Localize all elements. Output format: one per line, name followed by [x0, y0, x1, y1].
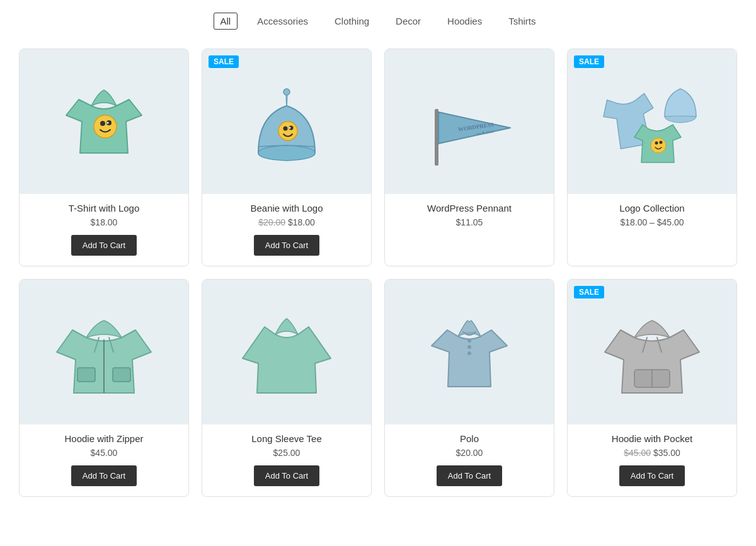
product-image-wrap — [20, 49, 188, 194]
product-illustration — [54, 71, 154, 172]
svg-point-23 — [467, 351, 471, 355]
product-info: WordPress Pennant $11.05 — [385, 194, 554, 245]
price: $45.00 — [91, 448, 118, 458]
product-price: $18.00 – $45.00 — [574, 217, 730, 227]
product-price: $45.00 — [26, 448, 182, 458]
product-info: Polo $20.00 Add To Cart — [385, 424, 554, 496]
svg-point-0 — [94, 115, 117, 138]
price: $18.00 — [91, 217, 118, 227]
price-original: $45.00 — [624, 448, 651, 458]
product-info: Beanie with Logo $20.00$18.00 Add To Car… — [202, 194, 371, 266]
product-illustration — [602, 302, 702, 402]
price-sale: $18.00 — [288, 217, 315, 227]
filter-btn-clothing[interactable]: Clothing — [328, 13, 376, 30]
svg-point-16 — [655, 142, 658, 145]
product-grid: T-Shirt with Logo $18.00 Add To Cart SAL… — [0, 48, 756, 522]
product-card: Polo $20.00 Add To Cart — [384, 279, 554, 497]
add-to-cart-button[interactable]: Add To Cart — [254, 235, 319, 256]
svg-rect-19 — [77, 368, 95, 382]
product-card: SALE Hoodie with Pocket $45.00$35.00 Add… — [567, 279, 737, 497]
product-image-wrap: SALE — [568, 280, 736, 424]
product-price: $20.00 — [391, 448, 547, 458]
product-illustration — [236, 302, 337, 402]
product-name: Logo Collection — [574, 203, 730, 213]
product-image-wrap: WORDPRESS est ✷ 2003 — [385, 49, 554, 194]
product-price: $25.00 — [209, 448, 365, 458]
price: $20.00 — [456, 448, 483, 458]
price: $25.00 — [273, 448, 301, 458]
product-info: T-Shirt with Logo $18.00 Add To Cart — [20, 194, 188, 266]
product-name: T-Shirt with Logo — [26, 203, 182, 213]
svg-point-17 — [660, 141, 663, 144]
sale-badge: SALE — [209, 55, 239, 68]
add-to-cart-button[interactable]: Add To Cart — [619, 465, 685, 486]
product-name: Polo — [391, 433, 547, 444]
product-image-wrap — [20, 280, 188, 424]
product-image-wrap — [202, 280, 371, 424]
product-name: Hoodie with Zipper — [26, 433, 182, 444]
product-illustration — [236, 71, 337, 172]
product-name: WordPress Pennant — [391, 203, 547, 213]
product-price: $11.05 — [391, 217, 547, 227]
product-card: T-Shirt with Logo $18.00 Add To Cart — [19, 48, 189, 266]
sale-badge: SALE — [574, 286, 604, 299]
product-name: Long Sleeve Tee — [209, 433, 365, 444]
product-info: Hoodie with Pocket $45.00$35.00 Add To C… — [568, 424, 736, 496]
filter-btn-hoodies[interactable]: Hoodies — [440, 13, 489, 30]
product-card: WORDPRESS est ✷ 2003 WordPress Pennant $… — [384, 48, 554, 266]
filter-bar: AllAccessoriesClothingDecorHoodiesTshirt… — [0, 0, 756, 48]
svg-point-1 — [100, 121, 105, 126]
add-to-cart-button[interactable]: Add To Cart — [437, 465, 502, 486]
add-to-cart-button[interactable]: Add To Cart — [71, 465, 137, 486]
price: $11.05 — [456, 217, 483, 227]
svg-point-21 — [467, 339, 471, 343]
filter-btn-all[interactable]: All — [214, 13, 238, 30]
product-illustration: WORDPRESS est ✷ 2003 — [419, 71, 520, 172]
add-to-cart-button[interactable]: Add To Cart — [254, 465, 319, 486]
product-info: Long Sleeve Tee $25.00 Add To Cart — [202, 424, 371, 496]
product-illustration — [419, 302, 520, 402]
product-info: Logo Collection $18.00 – $45.00 — [568, 194, 736, 245]
add-to-cart-button[interactable]: Add To Cart — [71, 235, 137, 256]
svg-point-8 — [289, 127, 291, 129]
svg-rect-20 — [113, 368, 130, 382]
product-price: $20.00$18.00 — [209, 217, 365, 227]
filter-btn-decor[interactable]: Decor — [389, 13, 428, 30]
product-illustration — [602, 71, 702, 172]
price-sale: $35.00 — [653, 448, 680, 458]
price-original: $20.00 — [258, 217, 285, 227]
price: $18.00 – $45.00 — [620, 217, 684, 227]
svg-point-22 — [467, 345, 471, 349]
product-image-wrap: SALE — [202, 49, 371, 194]
filter-btn-tshirts[interactable]: Tshirts — [501, 13, 542, 30]
svg-point-3 — [107, 122, 109, 124]
sale-badge: SALE — [574, 55, 604, 68]
svg-point-5 — [278, 122, 297, 140]
svg-point-6 — [284, 127, 288, 131]
product-name: Beanie with Logo — [209, 203, 365, 213]
product-image-wrap — [385, 280, 554, 424]
product-price: $18.00 — [26, 217, 182, 227]
filter-btn-accessories[interactable]: Accessories — [250, 13, 315, 30]
product-name: Hoodie with Pocket — [574, 433, 730, 444]
svg-point-15 — [651, 138, 666, 153]
product-card: SALE Logo Collection $18.00 – $45.00 — [567, 48, 737, 266]
product-info: Hoodie with Zipper $45.00 Add To Cart — [20, 424, 188, 496]
product-card: Hoodie with Zipper $45.00 Add To Cart — [19, 279, 189, 497]
svg-point-9 — [284, 89, 290, 95]
product-illustration — [54, 302, 154, 402]
product-card: SALE Beanie with Logo $20.00$18.00 Add T… — [202, 48, 372, 266]
product-image-wrap: SALE — [568, 49, 736, 194]
product-card: Long Sleeve Tee $25.00 Add To Cart — [202, 279, 372, 497]
product-price: $45.00$35.00 — [574, 448, 730, 458]
